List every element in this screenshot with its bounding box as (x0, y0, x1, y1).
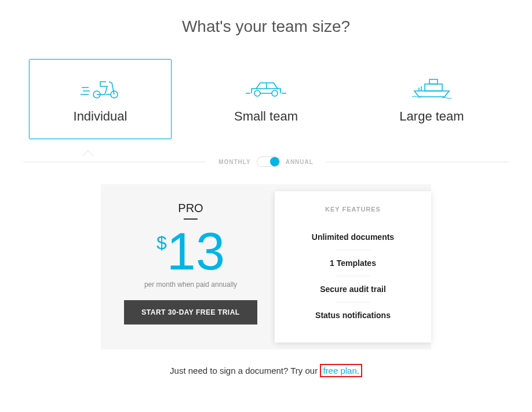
footer-text: Just need to sign a document? Try our fr… (23, 364, 509, 377)
price-amount: 13 (167, 225, 225, 278)
svg-rect-13 (425, 84, 442, 91)
divider (184, 218, 198, 220)
ship-icon (367, 71, 497, 103)
team-option-individual[interactable]: Individual (29, 59, 172, 139)
key-features-panel: KEY FEATURES Unlimited documents 1 Templ… (275, 191, 431, 342)
billing-monthly-label[interactable]: MONTHLY (213, 159, 257, 165)
team-option-label: Large team (367, 109, 497, 124)
currency-symbol: $ (156, 232, 167, 254)
team-size-options: Individual Small team (29, 59, 503, 139)
footer-suffix: . (357, 366, 359, 375)
svg-rect-14 (429, 79, 438, 84)
feature-item: Secure audit trail (286, 276, 420, 302)
plan-pricing: PRO $ 13 per month when paid annually ST… (101, 184, 275, 349)
free-plan-highlight: free plan. (320, 364, 362, 377)
billing-toggle-row: MONTHLY ANNUAL (23, 156, 509, 167)
plan-name: PRO (124, 202, 257, 215)
feature-item: Status notifications (286, 302, 420, 328)
plan-card: PRO $ 13 per month when paid annually ST… (101, 184, 431, 349)
team-option-label: Small team (201, 109, 331, 124)
billing-annual-label[interactable]: ANNUAL (280, 159, 319, 165)
team-option-large-team[interactable]: Large team (360, 59, 503, 139)
plan-price: $ 13 (124, 225, 257, 278)
svg-point-10 (254, 90, 260, 96)
feature-item: 1 Templates (286, 250, 420, 276)
page-title: What's your team size? (23, 17, 509, 36)
selected-arrow-icon (82, 150, 94, 162)
car-icon (201, 71, 331, 103)
billing-toggle[interactable] (257, 156, 280, 167)
feature-item: Unlimited documents (286, 224, 420, 250)
toggle-knob (270, 157, 279, 166)
free-plan-link[interactable]: free plan (323, 366, 356, 375)
footer-prefix: Just need to sign a document? Try our (170, 366, 320, 375)
svg-point-11 (272, 90, 278, 96)
scooter-icon (35, 71, 165, 103)
team-option-small-team[interactable]: Small team (195, 59, 337, 139)
team-option-label: Individual (35, 109, 165, 124)
key-features-title: KEY FEATURES (286, 206, 420, 213)
price-subtext: per month when paid annually (124, 280, 257, 289)
start-trial-button[interactable]: START 30-DAY FREE TRIAL (124, 300, 257, 325)
